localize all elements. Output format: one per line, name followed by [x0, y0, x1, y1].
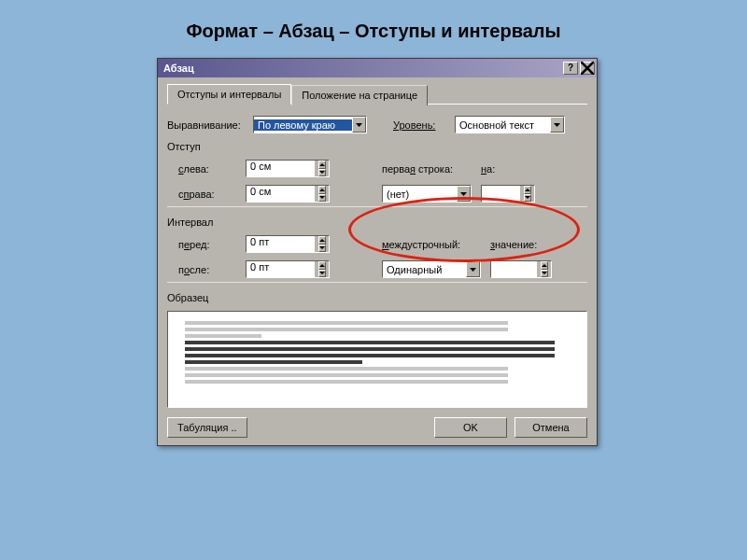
spin-up-icon[interactable] — [524, 186, 531, 194]
indent-title: Отступ — [167, 141, 587, 152]
titlebar: Абзац ? — [158, 59, 597, 77]
by-input[interactable] — [481, 185, 535, 203]
indent-right-input[interactable]: 0 см — [246, 185, 330, 203]
sample-title: Образец — [167, 292, 587, 303]
preview-pane — [167, 311, 587, 408]
spin-down-icon[interactable] — [318, 194, 326, 203]
after-value: 0 пт — [247, 261, 315, 277]
after-label: после: — [167, 264, 238, 275]
linespacing-combo[interactable]: Одинарный — [382, 260, 481, 278]
after-input[interactable]: 0 пт — [246, 260, 330, 278]
spin-up-icon[interactable] — [318, 161, 326, 169]
chevron-down-icon[interactable] — [466, 261, 480, 277]
tabstrip: Отступы и интервалы Положение на страниц… — [167, 83, 587, 105]
spin-down-icon[interactable] — [318, 270, 326, 278]
before-input[interactable]: 0 пт — [246, 235, 330, 253]
window-title: Абзац — [163, 63, 561, 74]
at-input[interactable] — [490, 260, 552, 278]
level-value: Основной текст — [456, 119, 550, 131]
before-value: 0 пт — [247, 236, 315, 252]
help-button[interactable]: ? — [563, 62, 578, 75]
chevron-down-icon[interactable] — [352, 117, 366, 133]
before-label: перед: — [167, 239, 238, 250]
align-value: По левому краю — [254, 119, 352, 131]
spin-up-icon[interactable] — [318, 261, 326, 270]
indent-right-value: 0 см — [247, 186, 315, 202]
ok-button[interactable]: OK — [434, 417, 507, 438]
spin-up-icon[interactable] — [318, 236, 326, 245]
spacing-title: Интервал — [167, 217, 587, 228]
level-label: Уровень: — [393, 119, 455, 131]
page-heading: Формат – Абзац – Отступы и интервалы — [0, 0, 747, 53]
linespacing-label: междустрочный: — [382, 239, 483, 250]
spin-down-icon[interactable] — [541, 270, 548, 278]
indent-left-label: сслева:лева: — [167, 163, 238, 175]
at-label: значение: — [490, 239, 554, 250]
divider — [167, 282, 587, 283]
paragraph-dialog: Абзац ? Отступы и интервалы Положение на… — [157, 58, 598, 446]
tab-pageposition[interactable]: Положение на странице — [291, 85, 428, 105]
by-value — [482, 186, 520, 202]
level-combo[interactable]: Основной текст — [455, 116, 565, 133]
align-combo[interactable]: По левому краю — [253, 116, 367, 133]
indent-left-value: 0 см — [247, 161, 315, 176]
align-label: Выравнивание: — [167, 119, 253, 131]
close-button[interactable] — [580, 62, 595, 75]
firstline-value: (нет) — [383, 189, 457, 200]
linespacing-value: Одинарный — [383, 264, 466, 275]
indent-right-label: справа: — [167, 189, 238, 200]
indent-left-input[interactable]: 0 см — [246, 160, 330, 177]
spin-down-icon[interactable] — [318, 169, 326, 177]
tab-indents[interactable]: Отступы и интервалы — [167, 84, 291, 105]
spin-up-icon[interactable] — [318, 186, 326, 194]
chevron-down-icon[interactable] — [457, 186, 471, 202]
spin-up-icon[interactable] — [541, 261, 548, 270]
spin-down-icon[interactable] — [524, 194, 531, 203]
divider — [167, 206, 587, 207]
spin-down-icon[interactable] — [318, 245, 326, 253]
firstline-combo[interactable]: (нет) — [382, 185, 472, 203]
at-value — [491, 261, 537, 277]
chevron-down-icon[interactable] — [550, 117, 564, 133]
firstline-label: первая строка: — [382, 163, 473, 175]
by-label: на: — [481, 163, 535, 175]
tabs-button[interactable]: Табуляция .. — [167, 417, 247, 438]
close-icon — [581, 62, 594, 75]
cancel-button[interactable]: Отмена — [514, 417, 587, 438]
